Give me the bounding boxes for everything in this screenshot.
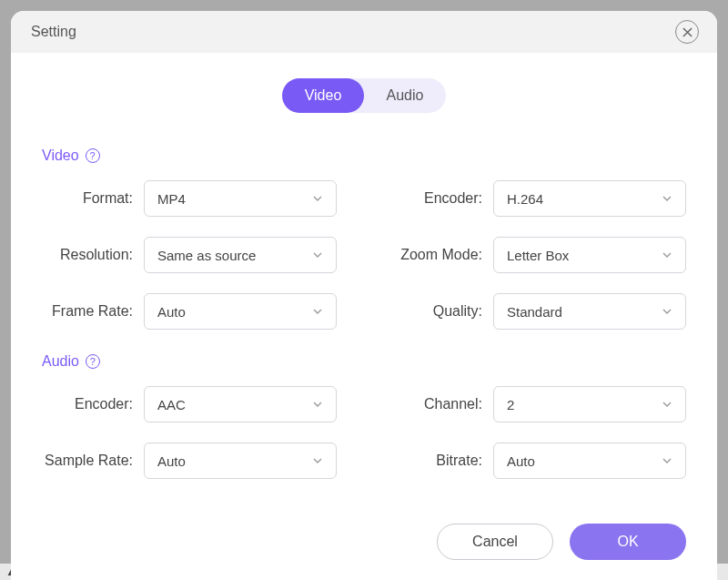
label-format: Format: bbox=[42, 189, 133, 207]
tab-video[interactable]: Video bbox=[282, 78, 364, 113]
field-bitrate: Bitrate: Auto bbox=[391, 443, 686, 479]
help-icon[interactable]: ? bbox=[86, 354, 100, 369]
chevron-down-icon bbox=[662, 249, 672, 260]
field-encoder: Encoder: H.264 bbox=[391, 180, 686, 217]
value-quality: Standard bbox=[507, 304, 562, 320]
field-quality: Quality: Standard bbox=[391, 293, 686, 330]
chevron-down-icon bbox=[662, 193, 672, 204]
select-bitrate[interactable]: Auto bbox=[493, 443, 686, 479]
value-audio-encoder: AAC bbox=[157, 397, 186, 412]
value-encoder: H.264 bbox=[507, 191, 543, 207]
field-channel: Channel: 2 bbox=[391, 386, 686, 422]
label-frame-rate: Frame Rate: bbox=[42, 302, 133, 320]
video-fields: Format: MP4 Encoder: H.264 Resolution: S… bbox=[42, 180, 686, 330]
label-audio-encoder: Encoder: bbox=[42, 395, 133, 412]
select-quality[interactable]: Standard bbox=[493, 293, 686, 330]
label-quality: Quality: bbox=[391, 302, 482, 320]
select-encoder[interactable]: H.264 bbox=[493, 180, 686, 217]
value-resolution: Same as source bbox=[157, 248, 256, 263]
tabs: Video Audio bbox=[282, 78, 446, 113]
select-frame-rate[interactable]: Auto bbox=[144, 293, 337, 330]
close-button[interactable] bbox=[675, 20, 699, 44]
chevron-down-icon bbox=[312, 193, 323, 204]
chevron-down-icon bbox=[662, 455, 672, 466]
dialog-footer: Cancel OK bbox=[42, 511, 686, 580]
field-sample-rate: Sample Rate: Auto bbox=[42, 443, 337, 479]
select-audio-encoder[interactable]: AAC bbox=[144, 386, 337, 422]
field-frame-rate: Frame Rate: Auto bbox=[42, 293, 337, 330]
select-format[interactable]: MP4 bbox=[144, 180, 337, 217]
section-audio-label: Audio bbox=[42, 353, 79, 370]
ok-button[interactable]: OK bbox=[570, 524, 686, 560]
value-zoom-mode: Letter Box bbox=[507, 248, 569, 263]
chevron-down-icon bbox=[312, 399, 323, 410]
label-resolution: Resolution: bbox=[42, 246, 133, 263]
field-format: Format: MP4 bbox=[42, 180, 337, 217]
section-video-label: Video bbox=[42, 148, 79, 164]
settings-dialog: Setting Video Audio Video ? Format: MP4 … bbox=[11, 11, 717, 580]
label-sample-rate: Sample Rate: bbox=[42, 452, 133, 469]
chevron-down-icon bbox=[662, 399, 672, 410]
value-format: MP4 bbox=[157, 191, 186, 207]
close-icon bbox=[682, 27, 693, 37]
label-bitrate: Bitrate: bbox=[391, 452, 482, 469]
field-resolution: Resolution: Same as source bbox=[42, 237, 337, 273]
dialog-title: Setting bbox=[31, 24, 76, 40]
value-frame-rate: Auto bbox=[157, 304, 186, 320]
help-icon[interactable]: ? bbox=[86, 148, 100, 163]
value-bitrate: Auto bbox=[507, 453, 535, 469]
field-zoom-mode: Zoom Mode: Letter Box bbox=[391, 237, 686, 273]
value-channel: 2 bbox=[507, 397, 514, 412]
tab-audio[interactable]: Audio bbox=[364, 78, 446, 113]
cancel-button[interactable]: Cancel bbox=[437, 524, 553, 560]
field-audio-encoder: Encoder: AAC bbox=[42, 386, 337, 422]
section-audio-title: Audio ? bbox=[42, 353, 686, 370]
dialog-header: Setting bbox=[11, 11, 717, 53]
label-encoder: Encoder: bbox=[391, 189, 482, 207]
audio-fields: Encoder: AAC Channel: 2 Sample Rate: Aut… bbox=[42, 386, 686, 479]
select-channel[interactable]: 2 bbox=[493, 386, 686, 422]
label-zoom-mode: Zoom Mode: bbox=[391, 246, 482, 263]
select-sample-rate[interactable]: Auto bbox=[144, 443, 337, 479]
dialog-body: Video Audio Video ? Format: MP4 Encoder:… bbox=[11, 53, 717, 580]
chevron-down-icon bbox=[312, 306, 323, 317]
chevron-down-icon bbox=[312, 455, 323, 466]
chevron-down-icon bbox=[312, 249, 323, 260]
label-channel: Channel: bbox=[391, 395, 482, 412]
section-video-title: Video ? bbox=[42, 148, 686, 164]
select-resolution[interactable]: Same as source bbox=[144, 237, 337, 273]
chevron-down-icon bbox=[662, 306, 672, 317]
select-zoom-mode[interactable]: Letter Box bbox=[493, 237, 686, 273]
value-sample-rate: Auto bbox=[157, 453, 186, 469]
